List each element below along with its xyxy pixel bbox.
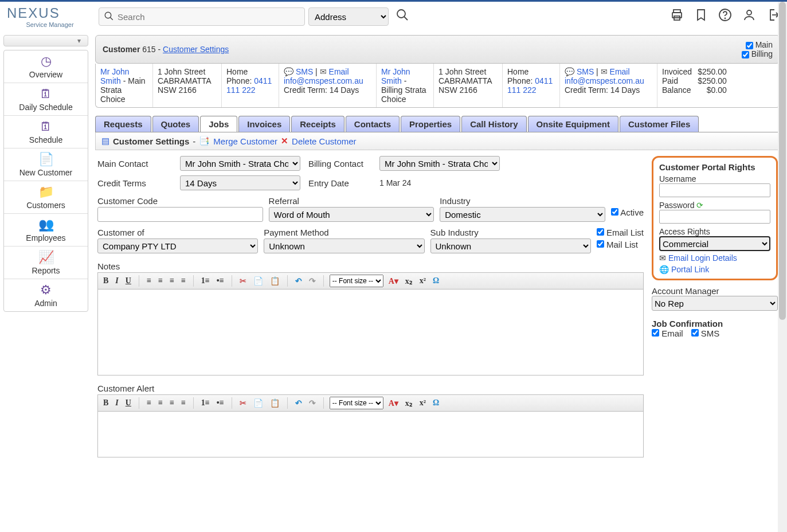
sms-link-2[interactable]: SMS [577,67,594,76]
sidebar-item-reports[interactable]: 📈Reports [4,247,88,279]
email-link-2[interactable]: Email [610,67,630,76]
search-button[interactable] [392,8,413,25]
bold-button[interactable]: B [101,275,110,287]
bold-button-2[interactable]: B [101,397,110,409]
tab-onsite-equipment[interactable]: Onsite Equipment [528,116,618,132]
superscript-button-2[interactable]: x² [418,397,428,409]
sidebar-collapse[interactable]: ▾ [3,35,88,46]
email-link[interactable]: Email [329,67,349,76]
paste-button[interactable]: 📋 [268,275,281,287]
align-left-button-2[interactable]: ≡ [145,397,153,409]
email-list-checkbox[interactable] [597,228,604,236]
sidebar-item-customers[interactable]: 📁Customers [4,181,88,214]
align-right-button[interactable]: ≡ [168,275,176,287]
align-center-button-2[interactable]: ≡ [156,397,165,409]
portal-password-input[interactable] [659,210,770,224]
print-icon[interactable] [670,8,684,25]
undo-button[interactable]: ↶ [293,275,304,287]
cut-button-2[interactable]: ✂ [238,397,248,409]
sidebar-item-overview[interactable]: ◷Overview [4,50,88,83]
refresh-icon[interactable]: ⟳ [696,201,703,210]
referral-select[interactable]: Word of Mouth [269,207,434,222]
cut-button[interactable]: ✂ [238,275,248,287]
help-icon[interactable] [718,8,732,25]
jobconf-sms-checkbox[interactable] [691,329,699,337]
superscript-button[interactable]: x² [418,275,428,287]
underline-button[interactable]: U [124,275,133,287]
customer-settings-link[interactable]: Customer Settings [163,45,229,54]
email-address-link[interactable]: info@cmspest.com.au [284,76,363,85]
align-right-button-2[interactable]: ≡ [168,397,176,409]
sidebar-item-new-customer[interactable]: 📄New Customer [4,148,88,181]
tab-properties[interactable]: Properties [401,116,460,132]
symbol-button[interactable]: Ω [431,275,441,287]
bookmark-icon[interactable] [694,8,708,25]
portal-link[interactable]: Portal Link [671,265,709,274]
account-manager-select[interactable]: No Rep [652,296,778,311]
textcolor-button[interactable]: A▾ [387,275,400,287]
italic-button-2[interactable]: I [113,397,120,409]
tab-customer-files[interactable]: Customer Files [620,116,699,132]
search-box[interactable] [99,7,305,26]
jobconf-email-checkbox[interactable] [652,329,659,337]
align-center-button[interactable]: ≡ [156,275,165,287]
sidebar-item-admin[interactable]: ⚙Admin [4,279,88,311]
textcolor-button-2[interactable]: A▾ [387,397,400,409]
redo-button[interactable]: ↷ [307,275,318,287]
ol-button-2[interactable]: 1≡ [199,397,212,409]
sidebar-item-employees[interactable]: 👥Employees [4,214,88,247]
ol-button[interactable]: 1≡ [199,275,212,287]
sms-link[interactable]: SMS [296,67,313,76]
notes-editor[interactable] [97,290,644,375]
alert-editor[interactable] [97,412,644,457]
email-address-link-2[interactable]: info@cmspest.com.au [565,76,644,85]
search-input[interactable] [118,12,300,22]
align-justify-button[interactable]: ≡ [179,275,187,287]
tab-receipts[interactable]: Receipts [291,116,344,132]
tab-jobs[interactable]: Jobs [200,116,237,132]
delete-customer-link[interactable]: Delete Customer [292,136,357,146]
scrollbar[interactable] [778,2,787,467]
tab-requests[interactable]: Requests [95,116,151,132]
billing-checkbox[interactable] [742,51,749,58]
copy-button-2[interactable]: 📄 [252,397,265,409]
credit-terms-select[interactable]: 14 Days [180,175,300,190]
align-justify-button-2[interactable]: ≡ [179,397,187,409]
subscript-button-2[interactable]: x₂ [404,397,414,409]
tab-call-history[interactable]: Call History [461,116,526,132]
customer-of-select[interactable]: Company PTY LTD [97,238,258,253]
fontsize-select[interactable]: -- Font size -- [330,275,383,287]
search-type-select[interactable]: Address [308,7,389,26]
underline-button-2[interactable]: U [124,397,133,409]
copy-button[interactable]: 📄 [252,275,265,287]
tab-quotes[interactable]: Quotes [152,116,199,132]
portal-username-input[interactable] [659,183,770,197]
industry-select[interactable]: Domestic [440,207,605,222]
ul-button-2[interactable]: •≡ [215,397,226,409]
tab-contacts[interactable]: Contacts [346,116,400,132]
symbol-button-2[interactable]: Ω [431,397,441,409]
merge-customer-link[interactable]: Merge Customer [213,136,277,146]
user-icon[interactable] [742,8,756,25]
tab-invoices[interactable]: Invoices [238,116,290,132]
access-rights-select[interactable]: Commercial [659,236,770,251]
undo-button-2[interactable]: ↶ [293,397,304,409]
mail-list-checkbox[interactable] [597,240,604,248]
italic-button[interactable]: I [113,275,120,287]
billing-contact-select[interactable]: Mr John Smith - Strata Cho [379,156,500,171]
subscript-button[interactable]: x₂ [404,275,414,287]
redo-button-2[interactable]: ↷ [307,397,318,409]
email-login-link[interactable]: Email Login Details [668,253,737,263]
sub-industry-select[interactable]: Unknown [430,238,591,253]
payment-method-select[interactable]: Unknown [264,238,424,253]
main-checkbox[interactable] [746,42,753,49]
active-checkbox[interactable] [611,208,618,216]
ul-button[interactable]: •≡ [215,275,226,287]
customer-code-input[interactable] [97,207,263,222]
sidebar-item-daily-schedule[interactable]: 🗓Daily Schedule [4,83,88,116]
main-contact-select[interactable]: Mr John Smith - Strata Cho [180,156,300,171]
paste-button-2[interactable]: 📋 [268,397,281,409]
sidebar-item-schedule[interactable]: 🗓Schedule [4,116,88,148]
align-left-button[interactable]: ≡ [145,275,153,287]
fontsize-select-2[interactable]: -- Font size -- [330,397,383,409]
